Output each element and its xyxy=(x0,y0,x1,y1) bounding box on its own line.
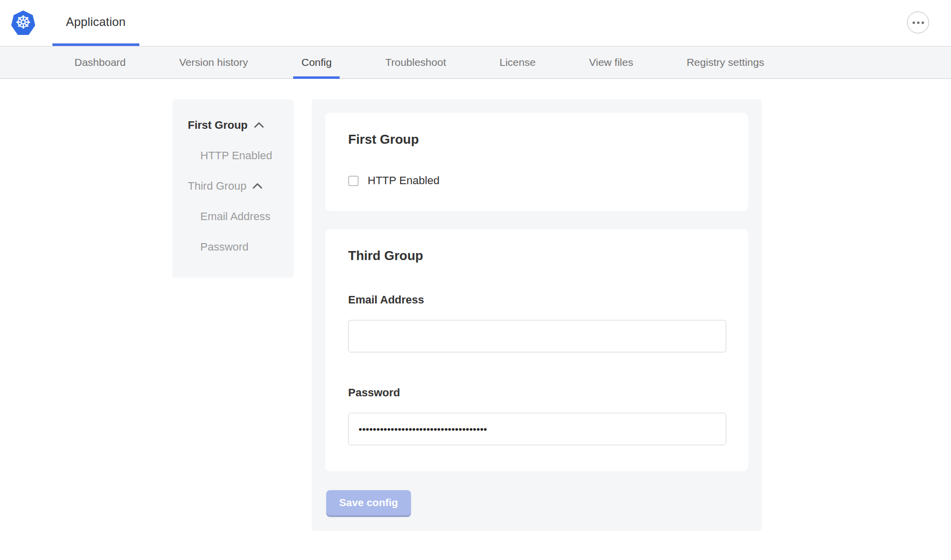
nav-item-label: First Group xyxy=(188,119,248,132)
chevron-up-icon xyxy=(252,183,263,189)
tab-view-files[interactable]: View files xyxy=(581,46,641,78)
config-form-panel: First Group HTTP Enabled Third Group Ema… xyxy=(312,99,762,531)
config-group-nav: First Group HTTP Enabled Third Group Ema… xyxy=(172,99,294,278)
nav-item-label: Password xyxy=(200,241,249,254)
password-input[interactable] xyxy=(348,413,726,445)
nav-item-password[interactable]: Password xyxy=(172,232,294,262)
helm-wheel-icon: ☸ xyxy=(15,13,31,31)
application-nav-label: Application xyxy=(66,15,126,29)
chevron-up-icon xyxy=(254,122,264,128)
nav-item-label: Email Address xyxy=(200,210,271,223)
password-label: Password xyxy=(348,386,725,399)
http-enabled-label[interactable]: HTTP Enabled xyxy=(368,174,440,187)
tab-config[interactable]: Config xyxy=(293,46,340,78)
email-address-label: Email Address xyxy=(348,293,725,306)
ellipsis-icon xyxy=(922,21,924,24)
config-group-card-first: First Group HTTP Enabled xyxy=(325,113,748,211)
app-tab-bar: Dashboard Version history Config Trouble… xyxy=(0,46,951,79)
nav-item-label: HTTP Enabled xyxy=(200,149,272,162)
tab-troubleshoot[interactable]: Troubleshoot xyxy=(377,46,454,78)
config-group-card-third: Third Group Email Address Password xyxy=(325,229,748,471)
ellipsis-icon xyxy=(913,21,915,24)
ellipsis-icon xyxy=(917,21,920,24)
application-nav-tab[interactable]: Application xyxy=(52,0,139,46)
http-enabled-checkbox[interactable] xyxy=(348,176,359,186)
tab-registry-settings[interactable]: Registry settings xyxy=(679,46,772,78)
save-config-button[interactable]: Save config xyxy=(326,490,411,515)
nav-item-first-group[interactable]: First Group xyxy=(172,110,294,140)
nav-item-email-address[interactable]: Email Address xyxy=(172,201,294,232)
tab-dashboard[interactable]: Dashboard xyxy=(66,46,134,78)
http-enabled-field: HTTP Enabled xyxy=(348,174,725,187)
tab-version-history[interactable]: Version history xyxy=(171,46,256,78)
app-header: ☸ Application xyxy=(0,0,951,46)
group-title: First Group xyxy=(348,132,725,147)
nav-item-label: Third Group xyxy=(188,180,246,193)
kubernetes-logo-icon: ☸ xyxy=(11,10,35,35)
group-title: Third Group xyxy=(348,248,725,264)
nav-item-third-group[interactable]: Third Group xyxy=(172,171,294,201)
email-address-input[interactable] xyxy=(348,320,726,352)
overflow-menu-button[interactable] xyxy=(907,11,929,33)
tab-license[interactable]: License xyxy=(491,46,543,78)
admin-console-page: ☸ Application Dashboard Version history … xyxy=(0,0,951,560)
nav-item-http-enabled[interactable]: HTTP Enabled xyxy=(172,140,294,171)
